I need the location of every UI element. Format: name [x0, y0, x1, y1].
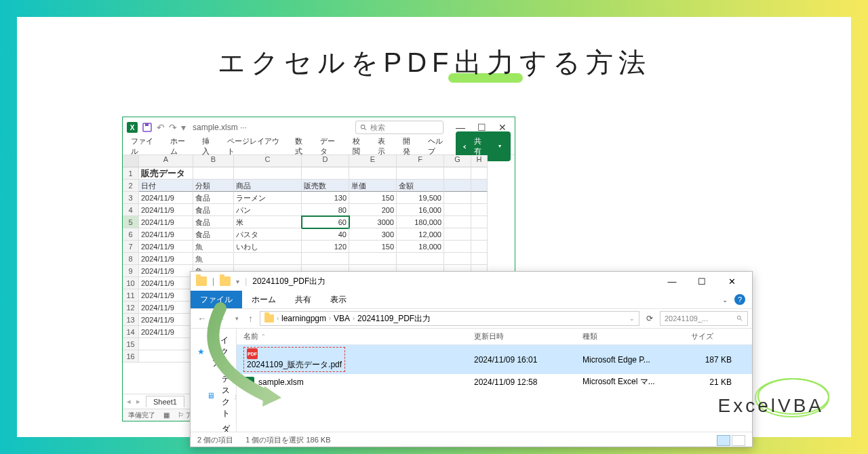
table-row[interactable]: 42024/11/9食品パン8020016,000: [123, 204, 515, 216]
cell[interactable]: [302, 253, 349, 265]
cell[interactable]: [139, 338, 193, 350]
breadcrumb[interactable]: › learningpgm › VBA › 20241109_PDF出力 ⌄: [260, 311, 639, 326]
column-header[interactable]: B: [193, 155, 234, 167]
row-header[interactable]: 15: [123, 338, 139, 350]
tab-share[interactable]: 共有: [285, 291, 321, 308]
nav-up-icon[interactable]: ↑: [245, 313, 256, 324]
column-header[interactable]: D: [302, 155, 349, 167]
save-icon[interactable]: [142, 122, 153, 133]
chevron-down-icon[interactable]: ⌄: [722, 296, 728, 304]
list-item[interactable]: x sample.xlsm2024/11/09 12:58Microsoft E…: [237, 374, 752, 390]
cell[interactable]: 200: [349, 204, 397, 216]
cell[interactable]: [234, 253, 302, 265]
cell[interactable]: 日付: [139, 180, 193, 192]
row-header[interactable]: 9: [123, 265, 139, 277]
explorer-search[interactable]: 20241109_...: [660, 311, 748, 326]
nav-downloads[interactable]: ⬇ ダウンロ 📌: [191, 421, 236, 432]
close-icon[interactable]: ✕: [717, 272, 747, 291]
cell[interactable]: 80: [302, 204, 349, 216]
cell[interactable]: 2024/11/9: [139, 302, 193, 314]
sheet-nav-next[interactable]: ▸: [136, 397, 140, 406]
cell[interactable]: 150: [349, 192, 397, 204]
cell[interactable]: 18,000: [397, 241, 444, 253]
row-header[interactable]: 4: [123, 204, 139, 216]
tab-home[interactable]: ホーム: [242, 291, 285, 308]
cell[interactable]: 販売データ: [139, 167, 193, 180]
cell[interactable]: 米: [234, 216, 302, 228]
refresh-icon[interactable]: ⟳: [644, 314, 656, 323]
cell[interactable]: [139, 350, 193, 363]
cell[interactable]: 2024/11/9: [139, 326, 193, 338]
cell[interactable]: 2024/11/9: [139, 253, 193, 265]
row-header[interactable]: 5: [123, 216, 139, 228]
cell[interactable]: 販売数: [302, 180, 349, 192]
maximize-icon[interactable]: ☐: [687, 272, 717, 291]
cell[interactable]: 16,000: [397, 204, 444, 216]
nav-history-icon[interactable]: ▾: [233, 315, 241, 322]
cell[interactable]: 分類: [193, 180, 234, 192]
table-row[interactable]: 32024/11/9食品ラーメン13015019,500: [123, 192, 515, 204]
cell[interactable]: 120: [302, 241, 349, 253]
cell[interactable]: 食品: [193, 192, 234, 204]
table-row[interactable]: 72024/11/9魚いわし12015018,000: [123, 241, 515, 253]
row-header[interactable]: 1: [123, 167, 139, 180]
cell[interactable]: ラーメン: [234, 192, 302, 204]
row-header[interactable]: 11: [123, 289, 139, 302]
row-header[interactable]: 13: [123, 314, 139, 326]
minimize-icon[interactable]: —: [657, 272, 687, 291]
cell[interactable]: パスタ: [234, 228, 302, 241]
cell[interactable]: 2024/11/9: [139, 192, 193, 204]
sheet-tab[interactable]: Sheet1: [146, 396, 184, 407]
sheet-nav-prev[interactable]: ◂: [127, 397, 131, 406]
cell[interactable]: 2024/11/9: [139, 216, 193, 228]
cell[interactable]: 食品: [193, 216, 234, 228]
cell[interactable]: 150: [349, 241, 397, 253]
redo-icon[interactable]: ↷: [169, 122, 177, 133]
table-row[interactable]: 82024/11/9魚: [123, 253, 515, 265]
nav-back-icon[interactable]: ←: [195, 313, 210, 324]
cell[interactable]: 単価: [349, 180, 397, 192]
column-header[interactable]: F: [397, 155, 444, 167]
cell[interactable]: パン: [234, 204, 302, 216]
row-header[interactable]: 10: [123, 277, 139, 289]
cell[interactable]: 商品: [234, 180, 302, 192]
status-macro-icon[interactable]: ▦: [163, 411, 170, 419]
cell[interactable]: 2024/11/9: [139, 277, 193, 289]
cell[interactable]: 2024/11/9: [139, 289, 193, 302]
view-details-icon[interactable]: [717, 435, 730, 446]
cell[interactable]: [397, 253, 444, 265]
column-header[interactable]: H: [471, 155, 488, 167]
row-header[interactable]: 16: [123, 350, 139, 363]
row-header[interactable]: 14: [123, 326, 139, 338]
nav-quick-access[interactable]: ★ クイック アク: [191, 333, 236, 371]
row-header[interactable]: 6: [123, 228, 139, 241]
cell[interactable]: 2024/11/9: [139, 314, 193, 326]
row-header[interactable]: 8: [123, 253, 139, 265]
column-header[interactable]: A: [139, 155, 193, 167]
view-large-icon[interactable]: [732, 435, 745, 446]
cell[interactable]: 180,000: [397, 216, 444, 228]
nav-desktop[interactable]: 🖥 デスクト 📌: [191, 371, 236, 421]
cell[interactable]: いわし: [234, 241, 302, 253]
cell[interactable]: 60: [302, 216, 349, 228]
search-input[interactable]: 検索: [355, 121, 443, 134]
undo-icon[interactable]: ↶: [157, 122, 165, 133]
cell[interactable]: 2024/11/9: [139, 241, 193, 253]
cell[interactable]: 魚: [193, 253, 234, 265]
column-header[interactable]: G: [444, 155, 471, 167]
table-row[interactable]: 62024/11/9食品パスタ4030012,000: [123, 228, 515, 241]
row-header[interactable]: 7: [123, 241, 139, 253]
list-header[interactable]: 名前⌃ 更新日時 種類 サイズ: [237, 329, 752, 345]
cell[interactable]: 130: [302, 192, 349, 204]
column-header[interactable]: C: [234, 155, 302, 167]
help-icon[interactable]: ?: [734, 294, 745, 305]
cell[interactable]: 魚: [193, 241, 234, 253]
list-item[interactable]: PDF 20241109_販売データ.pdf2024/11/09 16:01Mi…: [237, 345, 752, 374]
tab-file[interactable]: ファイル: [191, 291, 242, 308]
nav-forward-icon[interactable]: →: [214, 313, 229, 324]
cell[interactable]: 食品: [193, 204, 234, 216]
cell[interactable]: 300: [349, 228, 397, 241]
cell[interactable]: 2024/11/9: [139, 204, 193, 216]
row-header[interactable]: 3: [123, 192, 139, 204]
row-header[interactable]: 2: [123, 180, 139, 192]
